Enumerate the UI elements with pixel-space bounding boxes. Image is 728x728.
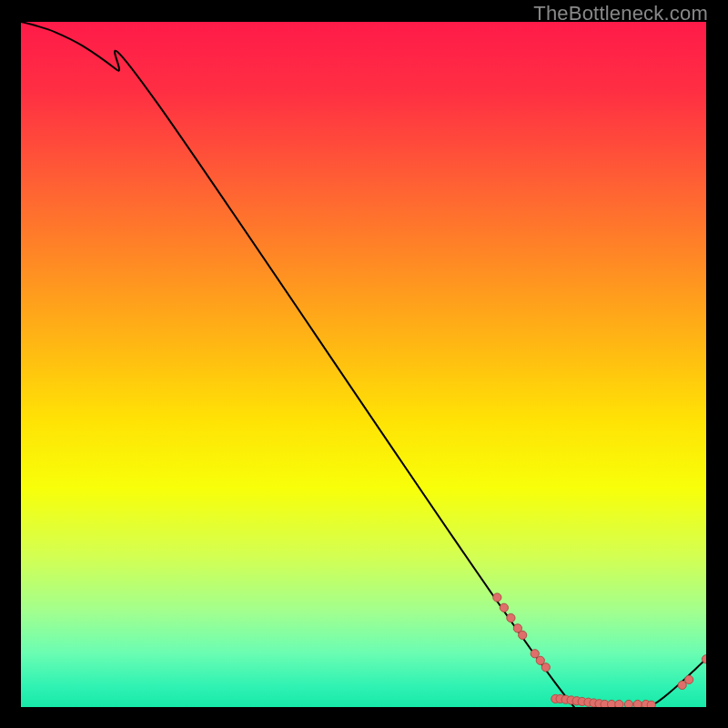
- data-marker: [531, 650, 539, 658]
- gradient-background: [21, 22, 706, 707]
- data-marker: [519, 631, 527, 639]
- watermark-text: TheBottleneck.com: [533, 2, 708, 25]
- data-marker: [541, 663, 550, 672]
- data-marker: [647, 701, 655, 707]
- data-marker: [536, 656, 544, 664]
- data-marker: [493, 593, 501, 602]
- data-marker: [500, 603, 508, 612]
- data-marker: [685, 675, 693, 683]
- data-marker: [607, 700, 615, 707]
- chart-figure: TheBottleneck.com: [0, 0, 728, 728]
- data-marker: [702, 655, 706, 663]
- data-marker: [615, 700, 623, 707]
- data-marker: [633, 700, 642, 707]
- data-marker: [678, 681, 686, 689]
- data-marker: [507, 614, 515, 622]
- data-marker: [624, 700, 632, 707]
- chart-plot: [21, 22, 706, 707]
